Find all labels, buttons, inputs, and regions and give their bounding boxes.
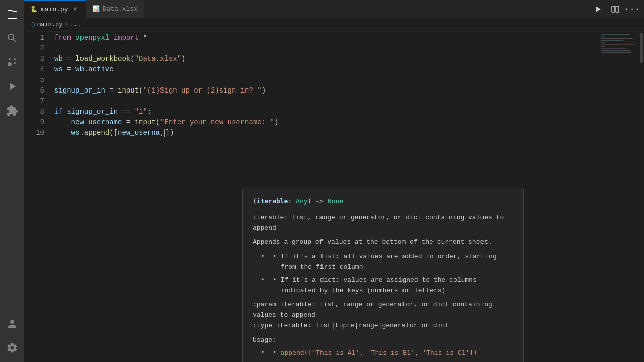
code-line-5 — [54, 75, 599, 85]
code-line-3: wb = load_workbook ( "Data.xlsx" ) — [54, 54, 599, 64]
code-line-6: signup_or_in = input ( "(1)Sign up or (2… — [54, 85, 599, 96]
activity-run-icon[interactable] — [2, 76, 22, 97]
bullet-icon-2: • — [273, 275, 277, 296]
code-line-7 — [54, 96, 599, 107]
run-button[interactable] — [591, 2, 606, 16]
svg-rect-1 — [616, 6, 619, 12]
xlsx-file-icon: 📊 — [92, 5, 100, 13]
minimap-line-3 — [601, 38, 633, 39]
line-num-10: 10 — [24, 128, 44, 138]
minimap-line-4 — [601, 40, 623, 41]
minimap — [599, 32, 639, 362]
doc-summary-text: Appends a group of values at the bottom … — [253, 238, 492, 246]
minimap-line-5 — [601, 42, 605, 43]
activity-extensions-icon[interactable] — [2, 101, 22, 121]
line-num-4: 4 — [24, 64, 44, 75]
activity-settings-icon[interactable] — [2, 338, 22, 358]
code-line-8: if signup_or_in == "1" : — [54, 107, 599, 117]
editor-content: 1 2 3 4 5 6 7 8 9 10 from openpyxl impor… — [24, 32, 644, 362]
tab-data-xlsx[interactable]: 📊 Data.xlsx — [86, 0, 144, 18]
kw-import: import — [114, 33, 139, 43]
code-editor[interactable]: from openpyxl import * wb = load_workboo… — [48, 32, 599, 362]
doc-param-name: iterable — [257, 197, 288, 205]
doc-popup: (iterable: Any) -> None iterable: list, … — [242, 188, 524, 362]
doc-bullet-1-text: If it's a list: all values are added in … — [281, 252, 513, 273]
line-num-5: 5 — [24, 75, 44, 85]
usage-bullet-icon-1: • — [273, 348, 277, 358]
doc-usage-2-text: **or** append({'A' : 'This is A1', 'C' :… — [281, 360, 497, 362]
code-line-10: ws . append ([ new_userna , ]) — [54, 128, 599, 138]
activity-bar — [0, 0, 24, 362]
svg-rect-0 — [612, 6, 615, 12]
doc-usage-bullet-1: • append(['This is A1', 'This is B1', 'T… — [253, 348, 513, 358]
tab-data-xlsx-label: Data.xlsx — [103, 5, 138, 13]
doc-bullet-2-text: If it's a dict: values are assigned to t… — [281, 275, 513, 296]
doc-usage-bullet-2: • **or** append({'A' : 'This is A1', 'C'… — [253, 360, 513, 362]
mod-openpyxl: openpyxl — [75, 33, 109, 43]
split-editor-button[interactable] — [608, 2, 623, 16]
doc-param-doc-text: :param iterable: list, range or generato… — [253, 300, 513, 321]
tab-main-py-close[interactable]: × — [71, 5, 79, 13]
activity-bar-bottom — [2, 314, 22, 362]
activity-account-icon[interactable] — [2, 314, 22, 334]
doc-usage-label: Usage: — [253, 335, 513, 346]
doc-bullets: • If it's a list: all values are added i… — [253, 252, 513, 296]
line-num-1: 1 — [24, 33, 44, 43]
minimap-line-6 — [601, 44, 635, 45]
minimap-line-10 — [601, 52, 631, 53]
doc-description: iterable: list, range or generator, or d… — [253, 213, 513, 234]
code-line-2 — [54, 43, 599, 54]
activity-source-control-icon[interactable] — [2, 52, 22, 72]
line-num-2: 2 — [24, 43, 44, 54]
doc-param-doc: :param iterable: list, range or generato… — [253, 300, 513, 331]
line-num-8: 8 — [24, 107, 44, 117]
kw-from: from — [54, 33, 71, 43]
minimap-line-7 — [601, 46, 605, 47]
bullet-icon-1: • — [273, 252, 277, 273]
doc-bullet-2: • If it's a dict: values are assigned to… — [253, 275, 513, 296]
doc-usage-1-text: append(['This is A1', 'This is B1', 'Thi… — [281, 348, 477, 358]
line-num-3: 3 — [24, 54, 44, 64]
vertical-scrollbar[interactable] — [639, 32, 644, 362]
code-line-9: new_username = input ( "Enter your new u… — [54, 117, 599, 128]
code-line-4: ws = wb . active — [54, 64, 599, 75]
python-file-icon: 🐍 — [30, 6, 38, 13]
line-num-6: 6 — [24, 85, 44, 96]
tab-main-py-label: main.py — [41, 6, 68, 13]
doc-desc-text: iterable: list, range or generator, or d… — [253, 214, 504, 232]
tab-main-py[interactable]: 🐍 main.py × — [24, 0, 86, 18]
doc-type-doc-text: :type iterable: list|tuple|range|generat… — [253, 321, 513, 331]
scrollbar-thumb[interactable] — [640, 33, 643, 63]
minimap-line-1 — [601, 34, 630, 35]
breadcrumb-icon: ⬡ — [30, 21, 35, 28]
doc-usage: Usage: • append(['This is A1', 'This is … — [253, 335, 513, 362]
minimap-content — [599, 32, 639, 56]
more-actions-button[interactable]: ··· — [625, 2, 640, 16]
tab-bar-wrapper: 🐍 main.py × 📊 Data.xlsx — [24, 0, 644, 18]
activity-files-icon[interactable] — [2, 4, 22, 24]
tab-bar: 🐍 main.py × 📊 Data.xlsx — [24, 0, 644, 18]
code-line-1: from openpyxl import * — [54, 33, 599, 43]
line-num-7: 7 — [24, 96, 44, 107]
top-right-toolbar: ··· — [587, 0, 644, 18]
ellipsis-icon: ··· — [624, 5, 640, 14]
minimap-line-2 — [601, 36, 605, 37]
breadcrumb-sep: > — [64, 21, 68, 28]
minimap-line-9 — [601, 50, 630, 51]
usage-bullet-icon-2: • — [273, 360, 277, 362]
breadcrumb: ⬡ main.py > ... — [24, 18, 644, 32]
doc-bullet-1: • If it's a list: all values are added i… — [253, 252, 513, 273]
line-num-9: 9 — [24, 117, 44, 128]
activity-search-icon[interactable] — [2, 28, 22, 48]
doc-summary: Appends a group of values at the bottom … — [253, 237, 513, 248]
breadcrumb-file[interactable]: main.py — [37, 21, 62, 28]
breadcrumb-location[interactable]: ... — [70, 21, 82, 28]
minimap-line-8 — [601, 48, 626, 49]
doc-signature: (iterable: Any) -> None — [253, 196, 513, 207]
line-numbers: 1 2 3 4 5 6 7 8 9 10 — [24, 32, 48, 362]
editor-main: 🐍 main.py × 📊 Data.xlsx — [24, 0, 644, 362]
